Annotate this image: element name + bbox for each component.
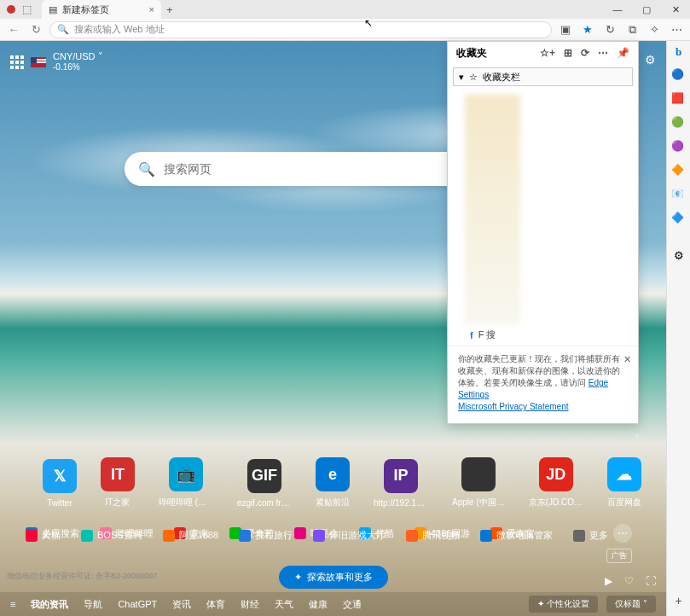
fullscreen-icon[interactable]: ⛶ [646, 575, 656, 587]
news-nav-tabs: ≡我的资讯导航ChatGPT资讯体育财经天气健康交通✦ 个性化设置仅标题 ˅ [0, 592, 666, 616]
sidebar-gear-icon[interactable]: ⚙ [671, 247, 687, 263]
ad-chip: 广告 [606, 549, 632, 563]
favorites-flyout: 收藏夹 ☆+ ⊞ ⟳ ⋯ 📌 ▾ ☆ 收藏夹栏 f F 搜 ✕ 你的收藏夹已更新… [447, 41, 639, 424]
window-maximize[interactable]: ▢ [632, 0, 661, 19]
link-icon [573, 530, 585, 542]
address-bar[interactable]: 🔍 搜索或输入 Web 地址 [49, 21, 552, 38]
workspace-icon[interactable]: ⬚ [22, 3, 32, 15]
quick-tile[interactable]: Apple (中国… [452, 457, 505, 508]
new-tab-button[interactable]: + [166, 3, 173, 16]
nav-tab[interactable]: 我的资讯 [31, 598, 68, 611]
favorites-message: ✕ 你的收藏夹已更新！现在，我们将捕获所有收藏夹、现有和新保存的图像，以改进你的… [448, 346, 638, 423]
explore-label: 探索故事和更多 [307, 571, 373, 584]
quick-tile[interactable]: ☁百度网盘 [607, 457, 641, 508]
nav-tab[interactable]: 天气 [275, 598, 293, 611]
personalize-button[interactable]: ✦ 个性化设置 [529, 596, 598, 613]
legal-text: 增值电信业务经营许可证: 合字B2-20090007 [7, 571, 157, 582]
tile-icon: JD [539, 457, 573, 491]
side-tools-icon[interactable]: 🟢 [671, 116, 687, 131]
favorites-bar-row[interactable]: ▾ ☆ 收藏夹栏 [453, 67, 633, 86]
browser-tab[interactable]: ▤ 新建标签页 × [42, 0, 161, 19]
side-games-icon[interactable]: 🟣 [671, 140, 687, 155]
currency-widget[interactable]: CNY/USD ˅ -0.16% [53, 51, 103, 73]
side-drop-icon[interactable]: 🔷 [671, 212, 687, 227]
page-settings-icon[interactable]: ⚙ [645, 53, 656, 67]
nav-tab[interactable]: 资讯 [172, 598, 191, 611]
apps-grid-icon[interactable] [10, 55, 24, 69]
nav-tab[interactable]: 健康 [309, 598, 328, 611]
favorites-icon[interactable]: ★ [579, 23, 596, 36]
titlebar: ⬚ ▤ 新建标签页 × + — ▢ ✕ [0, 0, 690, 19]
bing-icon[interactable]: b [671, 44, 687, 60]
currency-pair: CNY/USD [53, 51, 96, 61]
link-icon [239, 530, 251, 542]
sync-icon[interactable]: ⟳ [581, 47, 589, 59]
promo-link[interactable]: 微软电脑管家 [480, 529, 553, 542]
explore-button[interactable]: ✦ 探索故事和更多 [279, 566, 388, 589]
privacy-link[interactable]: Miscrosoft Privacy Statement [458, 402, 568, 411]
nav-tab[interactable]: 财经 [241, 598, 259, 611]
profile-icon[interactable] [7, 5, 15, 14]
promo-link[interactable]: 腾讯视频 [406, 529, 460, 542]
sync-icon[interactable]: ↻ [601, 23, 618, 36]
link-label: 腾讯视频 [422, 529, 460, 542]
chevron-down-icon: ▾ [459, 72, 464, 83]
side-office-icon[interactable]: 🔶 [671, 164, 687, 179]
like-icon[interactable]: ♡ [624, 575, 634, 587]
extensions-icon[interactable]: ⧉ [623, 23, 641, 37]
tile-icon [461, 457, 496, 491]
tile-icon: 📺 [169, 457, 203, 491]
add-folder-icon[interactable]: ⊞ [564, 47, 572, 59]
tab-close-icon[interactable]: × [149, 4, 154, 15]
nav-tab[interactable]: ChatGPT [118, 599, 157, 609]
link-label: 微软电脑管家 [496, 529, 553, 542]
link-label: 天猫 [42, 529, 61, 542]
collections-icon[interactable]: ✧ [646, 23, 663, 36]
quick-tile[interactable]: 📺哔哩哔哩 (゜… [159, 457, 213, 508]
promo-link[interactable]: 天猫 [26, 529, 61, 542]
play-icon[interactable]: ▶ [605, 575, 612, 587]
page-icon: ▤ [49, 4, 57, 15]
star-icon: ☆ [469, 72, 478, 83]
close-icon[interactable]: ✕ [623, 353, 631, 366]
layout-select[interactable]: 仅标题 ˅ [606, 596, 656, 613]
side-shopping-icon[interactable]: 🟥 [671, 92, 687, 108]
quick-tile[interactable]: 𝕏Twitter [43, 459, 77, 508]
favorite-item[interactable]: f F 搜 [470, 328, 629, 341]
window-close[interactable]: ✕ [661, 0, 690, 19]
quick-tiles: 𝕏TwitterITIT之家📺哔哩哔哩 (゜…GIFezgif.com fre…… [43, 457, 615, 508]
menu-icon[interactable]: ⋯ [668, 23, 685, 36]
nav-tab[interactable]: 体育 [206, 598, 225, 611]
promo-link[interactable]: 阿里1688 [163, 529, 218, 542]
collapse-chevron-icon[interactable]: ˄ [635, 433, 641, 445]
add-favorite-icon[interactable]: ☆+ [540, 47, 555, 59]
ntp-top-widgets: CNY/USD ˅ -0.16% [10, 51, 103, 73]
reload-button[interactable]: ↻ [27, 23, 44, 36]
favorites-bar-label: 收藏夹栏 [483, 71, 520, 84]
back-button[interactable]: ← [5, 23, 22, 36]
quick-tile[interactable]: IPhttp://192.16… [374, 459, 428, 508]
pin-icon[interactable]: 📌 [617, 47, 629, 59]
nav-tab[interactable]: 导航 [84, 598, 102, 611]
quick-tile[interactable]: ITIT之家 [101, 457, 135, 508]
quick-tile[interactable]: JD京东(JD.COM) [529, 457, 583, 508]
link-label: 携程旅行 [255, 529, 293, 542]
side-outlook-icon[interactable]: 📧 [671, 188, 687, 203]
promo-link[interactable]: 更多 [573, 529, 608, 542]
nav-tab[interactable]: 交通 [343, 598, 362, 611]
tile-label: 哔哩哔哩 (゜… [159, 497, 213, 508]
hamburger-icon[interactable]: ≡ [10, 599, 15, 609]
window-minimize[interactable]: — [603, 0, 632, 19]
promo-link[interactable]: 怀旧游戏大厅 [313, 529, 386, 542]
side-chat-icon[interactable]: 🔵 [671, 68, 687, 84]
quick-tile[interactable]: e紧贴前沿 [316, 457, 350, 508]
promo-link[interactable]: 携程旅行 [239, 529, 293, 542]
quick-tile[interactable]: GIFezgif.com fre… [237, 459, 292, 508]
url-placeholder: 搜索或输入 Web 地址 [74, 23, 165, 36]
tile-label: Apple (中国… [452, 497, 505, 508]
sidebar-add-icon[interactable]: + [675, 594, 681, 607]
more-icon[interactable]: ⋯ [598, 47, 608, 59]
split-screen-icon[interactable]: ▣ [557, 23, 574, 36]
link-icon [313, 530, 325, 542]
promo-link[interactable]: BOSS直聘 [81, 529, 142, 542]
